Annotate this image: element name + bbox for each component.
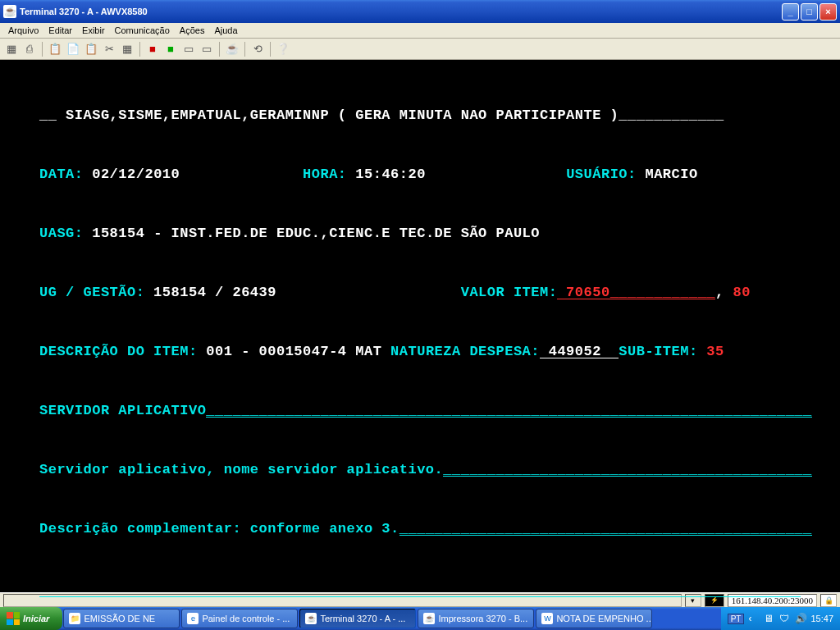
- toolbar-btn-1[interactable]: ▦: [3, 41, 20, 57]
- value-data: 02/12/2010: [84, 167, 180, 182]
- toolbar-btn-2[interactable]: ⎙: [21, 41, 38, 57]
- close-button[interactable]: ×: [819, 3, 837, 21]
- valor-sep: ,: [715, 285, 733, 300]
- toolbar-help[interactable]: ❔: [275, 41, 291, 57]
- toolbar-btn-7[interactable]: ▦: [119, 41, 135, 57]
- value-descricao: 001 - 00015047-4 MAT: [198, 344, 390, 359]
- serv-header: SERVIDOR APLICATIVO: [39, 403, 206, 418]
- value-valor-dec[interactable]: 80: [733, 285, 750, 300]
- toolbar-btn-9[interactable]: ■: [162, 41, 179, 57]
- desc-line-2-pad[interactable]: ________________________________________…: [399, 519, 812, 536]
- value-valor-pad[interactable]: ____________: [610, 283, 715, 299]
- value-uasg: 158154 - INST.FED.DE EDUC.,CIENC.E TEC.D…: [84, 226, 541, 241]
- value-ug: 158154 / 26439: [144, 285, 276, 300]
- java-icon: ☕: [3, 5, 16, 18]
- label-hora: HORA:: [303, 167, 347, 182]
- minimize-button[interactable]: _: [782, 3, 799, 21]
- toolbar-btn-8[interactable]: ■: [144, 41, 161, 57]
- value-valor[interactable]: 70650: [557, 283, 609, 299]
- menu-exibir[interactable]: Exibir: [77, 24, 110, 37]
- terminal-screen[interactable]: __ SIASG,SISME,EMPATUAL,GERAMINNP ( GERA…: [0, 60, 840, 592]
- menu-ajuda[interactable]: Ajuda: [209, 24, 242, 37]
- desc-line-2[interactable]: Descrição complementar: conforme anexo 3…: [39, 521, 399, 536]
- screen-breadcrumb: SIASG,SISME,EMPATUAL,GERAMINNP ( GERA MI…: [66, 107, 619, 123]
- screen-breadcrumb-post: ____________: [619, 107, 724, 123]
- value-hora: 15:46:20: [347, 167, 426, 182]
- value-subitem[interactable]: 35: [698, 344, 724, 359]
- label-data: DATA:: [39, 167, 84, 182]
- label-valor: VALOR ITEM:: [461, 285, 558, 300]
- desc-line-1[interactable]: Servidor aplicativo, nome servidor aplic…: [39, 462, 443, 477]
- menu-comunicacao[interactable]: Comunicação: [110, 24, 175, 37]
- value-usuario: MARCIO: [637, 167, 698, 182]
- toolbar-btn-5[interactable]: 📋: [83, 41, 99, 57]
- input-line[interactable]: [39, 578, 801, 597]
- menu-editar[interactable]: Editar: [43, 24, 77, 37]
- label-subitem: SUB-ITEM:: [619, 344, 697, 359]
- value-natureza: 449052: [540, 342, 619, 358]
- label-uasg: UASG:: [39, 226, 84, 241]
- toolbar-btn-11[interactable]: ▭: [199, 41, 215, 57]
- toolbar-btn-13[interactable]: ⟲: [249, 41, 266, 57]
- menu-bar: Arquivo Editar Exibir Comunicação Ações …: [0, 23, 840, 39]
- menu-arquivo[interactable]: Arquivo: [3, 24, 43, 37]
- toolbar-btn-6[interactable]: ✂: [101, 41, 117, 57]
- window-titlebar: ☕ Terminal 3270 - A - AWVX8580 _ □ ×: [0, 0, 840, 23]
- label-ug: UG / GESTÃO:: [39, 285, 144, 300]
- maximize-button[interactable]: □: [801, 3, 818, 21]
- menu-acoes[interactable]: Ações: [175, 24, 210, 37]
- screen-breadcrumb-pre: __: [39, 107, 66, 123]
- window-title: Terminal 3270 - A - AWVX8580: [20, 7, 782, 16]
- toolbar-btn-12[interactable]: ☕: [224, 41, 240, 57]
- toolbar-btn-3[interactable]: 📋: [47, 41, 63, 57]
- label-descricao: DESCRIÇÃO DO ITEM:: [39, 344, 198, 359]
- desc-line-1-pad[interactable]: ________________________________________…: [443, 460, 811, 477]
- toolbar-btn-10[interactable]: ▭: [180, 41, 197, 57]
- label-natureza: NATUREZA DESPESA:: [390, 344, 540, 359]
- toolbar: ▦ ⎙ 📋 📄 📋 ✂ ▦ ■ ■ ▭ ▭ ☕ ⟲ ❔: [0, 39, 840, 60]
- serv-header-pad: ________________________________________…: [206, 401, 811, 418]
- label-usuario: USUÁRIO:: [566, 167, 637, 182]
- toolbar-btn-4[interactable]: 📄: [65, 41, 81, 57]
